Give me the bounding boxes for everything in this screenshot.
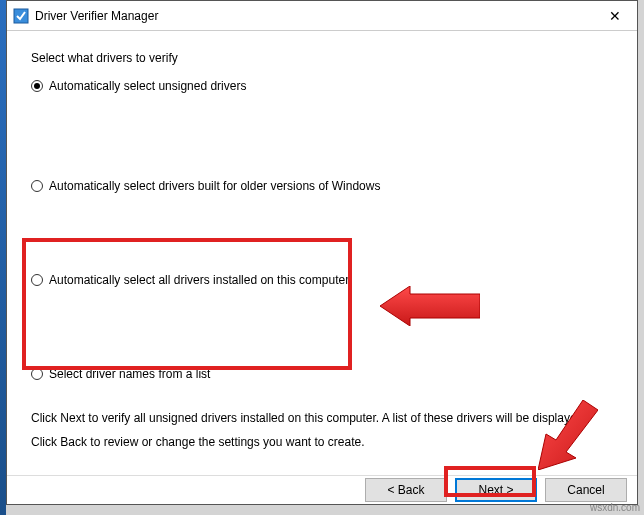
radio-circle-icon xyxy=(31,274,43,286)
radio-label: Automatically select drivers built for o… xyxy=(49,179,380,193)
button-row: < Back Next > Cancel xyxy=(7,475,637,504)
radio-option-from-list[interactable]: Select driver names from a list xyxy=(31,367,613,381)
watermark-text: wsxdn.com xyxy=(590,502,640,513)
content-area: Select what drivers to verify Automatica… xyxy=(7,31,637,467)
back-button-label: < Back xyxy=(387,483,424,497)
radio-option-all-drivers[interactable]: Automatically select all drivers install… xyxy=(31,273,613,287)
cancel-button[interactable]: Cancel xyxy=(545,478,627,502)
close-icon: ✕ xyxy=(609,8,621,24)
next-button-label: Next > xyxy=(478,483,513,497)
radio-circle-icon xyxy=(31,368,43,380)
radio-label: Automatically select all drivers install… xyxy=(49,273,349,287)
help-text: Click Next to verify all unsigned driver… xyxy=(31,409,613,451)
window-title: Driver Verifier Manager xyxy=(35,9,592,23)
radio-label: Select driver names from a list xyxy=(49,367,210,381)
radio-circle-icon xyxy=(31,180,43,192)
titlebar: Driver Verifier Manager ✕ xyxy=(7,1,637,31)
close-button[interactable]: ✕ xyxy=(592,1,637,30)
back-button[interactable]: < Back xyxy=(365,478,447,502)
radio-dot-icon xyxy=(31,80,43,92)
radio-label: Automatically select unsigned drivers xyxy=(49,79,246,93)
page-heading: Select what drivers to verify xyxy=(31,51,613,65)
next-button[interactable]: Next > xyxy=(455,478,537,502)
help-line-1: Click Next to verify all unsigned driver… xyxy=(31,409,613,427)
radio-option-older-windows[interactable]: Automatically select drivers built for o… xyxy=(31,179,613,193)
radio-option-unsigned-drivers[interactable]: Automatically select unsigned drivers xyxy=(31,79,613,93)
cancel-button-label: Cancel xyxy=(567,483,604,497)
dialog-window: Driver Verifier Manager ✕ Select what dr… xyxy=(6,0,638,505)
help-line-2: Click Back to review or change the setti… xyxy=(31,433,613,451)
app-icon xyxy=(13,8,29,24)
